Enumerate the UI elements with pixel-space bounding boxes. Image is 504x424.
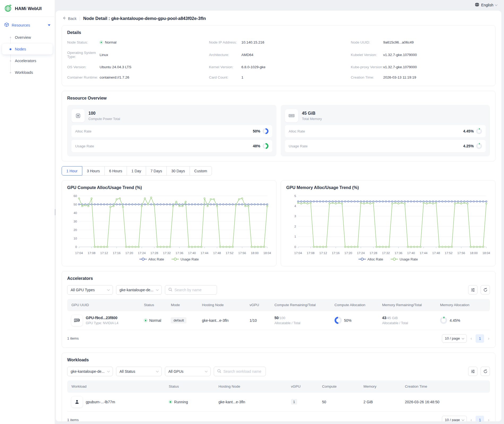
legend-line-marker-icon (139, 258, 147, 261)
workload-status-select[interactable]: All Status (116, 367, 162, 376)
legend-item-alloc-rate[interactable]: Alloc Rate (358, 257, 383, 261)
field-architecture: Architecture: AMD64 (209, 51, 348, 59)
next-page-button[interactable]: › (487, 417, 490, 421)
tab-1-hour[interactable]: 1 Hour (62, 166, 82, 175)
field-os-version: OS Version: Ubuntu 24.04.3 LTS (67, 65, 206, 69)
svg-text:18:00: 18:00 (251, 251, 259, 255)
workload-gpu-select[interactable]: All GPUs (165, 367, 211, 376)
detail-header: Back Node Detail : gke-kantaloupe-demo-g… (62, 14, 496, 25)
svg-text:17:40: 17:40 (188, 251, 196, 255)
sidebar-item-workloads[interactable]: Workloads (2, 67, 53, 78)
sidebar-item-label: Nodes (15, 47, 26, 51)
sidebar-divider (0, 17, 55, 17)
page-size-select[interactable]: 10 / page (442, 416, 467, 421)
accelerator-table-row[interactable]: GPU-f9cd...23f800 GPU Type: NVIDIA L4 No… (67, 311, 490, 330)
workload-name[interactable]: gpuburn-...-lb77m (86, 400, 115, 404)
legend-item-usage-rate[interactable]: Usage Rate (172, 257, 199, 261)
svg-text:17:52: 17:52 (445, 251, 452, 255)
workload-search-input[interactable] (223, 369, 262, 374)
hosting-node-value: gke-kant...e-3fln (219, 400, 291, 404)
nodes-dot-icon (10, 48, 11, 50)
sidebar-collapse-handle[interactable] (55, 209, 55, 215)
node-select[interactable]: gke-kantaloupe-de... (116, 285, 162, 295)
legend-label: Alloc Rate (148, 257, 164, 261)
page-size-value: 10 / page (445, 336, 460, 340)
page-number-1[interactable]: 1 (476, 416, 484, 421)
field-value: Ubuntu 24.04.3 LTS (100, 65, 131, 69)
col-memory-allocation: Memory Allocation (440, 303, 486, 307)
workloads-pagination: 1 items 10 / page ‹ 1 › (67, 416, 490, 421)
field-value: Linux (100, 53, 108, 57)
gpu-compute-trend-chart-card: GPU Compute Alloc/Usage Trend (%) 010203… (62, 180, 276, 266)
svg-text:17:08: 17:08 (307, 251, 314, 255)
charts-grid: GPU Compute Alloc/Usage Trend (%) 010203… (62, 180, 496, 266)
legend-item-usage-rate[interactable]: Usage Rate (391, 257, 418, 261)
mode-chip: default (171, 317, 186, 323)
workload-node-select-value: gke-kantaloupe-de... (71, 369, 105, 374)
page-number-1[interactable]: 1 (476, 334, 484, 343)
col-compute: Compute (322, 384, 364, 388)
svg-text:17:24: 17:24 (138, 251, 146, 255)
workload-node-select[interactable]: gke-kantaloupe-de... (67, 367, 113, 376)
legend-item-alloc-rate[interactable]: Alloc Rate (139, 257, 164, 261)
tab-30-days[interactable]: 30 Days (166, 166, 190, 175)
compute-remaining-cell: 50/100 Allocatable / Total (274, 316, 334, 325)
next-page-button[interactable]: › (487, 336, 490, 341)
vgpu-chip: 1 (291, 399, 297, 405)
field-label: Kubelet Version: (351, 53, 383, 57)
field-value: AMD64 (241, 53, 253, 57)
col-vgpu: vGPU (291, 384, 322, 388)
sidebar-resources-label: Resources (12, 23, 45, 27)
field-value: v1.32.7-gke.1079000 (383, 53, 417, 57)
memory-caption: Allocatable / Total (382, 321, 440, 325)
svg-text:17:32: 17:32 (163, 251, 171, 255)
back-button[interactable]: Back (62, 16, 76, 21)
tab-custom[interactable]: Custom (190, 166, 212, 175)
svg-text:17:20: 17:20 (344, 251, 352, 255)
column-settings-button[interactable] (468, 285, 477, 294)
status-text: Normal (105, 40, 117, 44)
tab-7-days[interactable]: 7 Days (146, 166, 167, 175)
prev-page-button[interactable]: ‹ (470, 417, 473, 421)
memory-total-label: Total Memory (302, 117, 322, 121)
workloads-table-header: Workload Status Hosting Node vGPU Comput… (67, 380, 490, 393)
svg-text:17:08: 17:08 (88, 251, 95, 255)
col-vgpu: vGPU (250, 303, 275, 307)
svg-text:17:56: 17:56 (238, 251, 246, 255)
gpu-uuid-value[interactable]: GPU-f9cd...23f800 (86, 316, 118, 320)
gpu-type-select[interactable]: All GPU Types (67, 285, 113, 295)
refresh-button[interactable] (481, 367, 490, 376)
gpu-compute-trend-chart: 010203040506017:0417:0817:1217:1617:2017… (67, 193, 271, 256)
sidebar-item-overview[interactable]: Overview (2, 32, 53, 43)
page-size-select[interactable]: 10 / page (442, 334, 467, 343)
accelerator-search-input[interactable] (174, 288, 213, 292)
content-column: English Back Node Detail : gke-kantaloup… (55, 0, 504, 424)
workloads-dot-icon (10, 72, 11, 73)
accelerator-search[interactable] (165, 285, 217, 295)
sidebar-section-resources[interactable]: Resources (0, 19, 55, 31)
workload-table-row[interactable]: gpuburn-...-lb77m Running gke-kant...e-3… (67, 393, 490, 412)
memory-value: 2 GiB (364, 400, 405, 404)
svg-text:18:04: 18:04 (263, 251, 271, 255)
tab-1-day[interactable]: 1 Day (127, 166, 146, 175)
refresh-button[interactable] (481, 285, 490, 294)
workloads-filter-row: gke-kantaloupe-de... All Status All GPUs (67, 367, 490, 376)
svg-text:40: 40 (74, 211, 77, 215)
sidebar-item-nodes[interactable]: Nodes (2, 44, 53, 54)
workload-search[interactable] (214, 367, 266, 376)
globe-icon (475, 2, 479, 8)
tab-6-hours[interactable]: 6 Hours (104, 166, 127, 175)
tab-3-hours[interactable]: 3 Hours (82, 166, 105, 175)
field-label: Creation Time: (351, 75, 383, 79)
language-selector[interactable]: English (475, 2, 497, 8)
search-icon (168, 288, 172, 292)
details-title: Details (67, 30, 490, 35)
compute-caption: Allocatable / Total (274, 321, 334, 325)
prev-page-button[interactable]: ‹ (470, 336, 473, 341)
status-normal-icon (144, 319, 147, 322)
compute-remaining-value: 50 (274, 316, 279, 320)
sidebar-item-accelerators[interactable]: Accelerators (2, 55, 53, 66)
gpu-type-select-value: All GPU Types (71, 288, 95, 292)
column-settings-button[interactable] (468, 367, 477, 376)
hosting-node-value: gke-kant...e-3fln (202, 318, 249, 323)
